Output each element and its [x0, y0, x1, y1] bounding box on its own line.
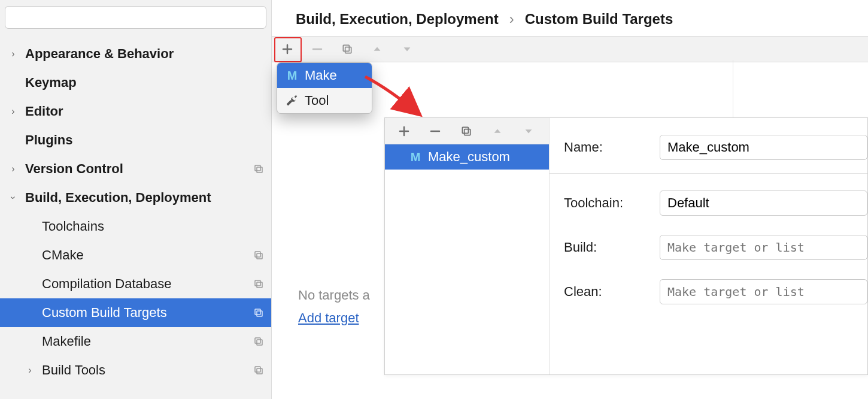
copy-icon: [253, 279, 264, 289]
build-label: Build:: [564, 240, 660, 255]
empty-state-text: No targets a: [298, 288, 394, 303]
add-button[interactable]: [394, 122, 414, 141]
chevron-right-icon: ›: [24, 365, 36, 376]
tool-icon: [286, 94, 299, 107]
sidebar-item-label: CMake: [19, 247, 253, 263]
sidebar-item-build-execution-deployment[interactable]: › Build, Execution, Deployment: [0, 183, 271, 212]
sidebar-item-compilation-database[interactable]: › Compilation Database: [0, 270, 271, 298]
svg-rect-13: [343, 45, 349, 51]
toolchain-label: Toolchain:: [564, 195, 660, 211]
sidebar-item-build-tools[interactable]: › Build Tools: [0, 356, 271, 385]
build-input[interactable]: [660, 235, 867, 260]
svg-rect-5: [255, 280, 260, 286]
copy-icon: [253, 250, 264, 261]
breadcrumb: Build, Execution, Deployment › Custom Bu…: [272, 0, 868, 36]
target-list[interactable]: M Make_custom: [385, 144, 549, 374]
svg-rect-10: [257, 368, 262, 374]
add-target-popup: M Make Tool: [277, 62, 372, 114]
svg-rect-8: [257, 340, 262, 345]
target-config-panel: M Make_custom Name: Toolchain: Build: Cl…: [384, 117, 868, 375]
sidebar-item-label: Keymap: [19, 75, 264, 90]
svg-rect-7: [255, 309, 260, 315]
form-row-toolchain: Toolchain:: [564, 191, 867, 216]
target-form: Name: Toolchain: Build: Clean:: [550, 118, 867, 374]
clean-input[interactable]: [660, 279, 867, 304]
chevron-right-icon: ›: [7, 106, 19, 117]
copy-icon: [253, 307, 264, 318]
svg-rect-14: [465, 129, 471, 135]
copy-icon: [253, 365, 264, 376]
copy-button[interactable]: [338, 40, 357, 59]
sidebar-item-appearance[interactable]: › Appearance & Behavior: [0, 40, 271, 68]
search-input[interactable]: [5, 6, 266, 29]
form-row-build: Build:: [564, 235, 867, 260]
sidebar-item-toolchains[interactable]: › Toolchains: [0, 212, 271, 241]
move-down-button[interactable]: [519, 122, 538, 141]
popup-item-make[interactable]: M Make: [277, 63, 372, 88]
target-list-toolbar: [385, 118, 549, 144]
name-label: Name:: [564, 140, 660, 155]
svg-rect-1: [255, 165, 260, 171]
sidebar-item-version-control[interactable]: › Version Control: [0, 155, 271, 183]
make-icon: M: [409, 150, 422, 164]
popup-item-tool[interactable]: Tool: [277, 88, 372, 113]
sidebar-item-label: Appearance & Behavior: [19, 46, 264, 62]
svg-rect-15: [462, 127, 468, 133]
sidebar-item-label: Build, Execution, Deployment: [19, 190, 264, 205]
sidebar-item-label: Build Tools: [36, 362, 253, 378]
svg-rect-12: [345, 47, 351, 53]
targets-toolbar: [272, 36, 868, 62]
sidebar-item-makefile[interactable]: › Makefile: [0, 327, 271, 356]
settings-sidebar: › Appearance & Behavior › Keymap › Edito…: [0, 0, 272, 399]
target-list-item[interactable]: M Make_custom: [385, 144, 549, 170]
target-list-pane: M Make_custom: [385, 118, 550, 374]
name-input[interactable]: [660, 135, 867, 160]
popup-item-label: Tool: [305, 93, 329, 108]
sidebar-item-label: Version Control: [19, 161, 253, 177]
svg-rect-6: [257, 311, 262, 316]
popup-item-label: Make: [305, 68, 337, 83]
sidebar-item-label: Editor: [19, 104, 264, 119]
form-row-name: Name:: [564, 135, 867, 160]
svg-rect-9: [255, 338, 260, 343]
sidebar-item-editor[interactable]: › Editor: [0, 97, 271, 126]
sidebar-item-label: Custom Build Targets: [19, 305, 253, 321]
chevron-right-icon: ›: [7, 49, 19, 59]
breadcrumb-part[interactable]: Build, Execution, Deployment: [296, 11, 499, 28]
make-icon: M: [286, 69, 299, 82]
sidebar-item-label: Plugins: [19, 132, 264, 148]
target-list-item-label: Make_custom: [428, 149, 510, 165]
breadcrumb-part[interactable]: Custom Build Targets: [525, 11, 673, 28]
sidebar-item-custom-build-targets[interactable]: › Custom Build Targets: [0, 298, 271, 327]
clean-label: Clean:: [564, 284, 660, 300]
sidebar-item-label: Compilation Database: [19, 276, 253, 292]
svg-rect-4: [257, 282, 262, 288]
move-down-button[interactable]: [397, 40, 417, 59]
divider: [550, 173, 867, 174]
remove-button[interactable]: [426, 122, 445, 141]
move-up-button[interactable]: [368, 40, 387, 59]
copy-icon: [253, 336, 264, 347]
sidebar-item-cmake[interactable]: › CMake: [0, 241, 271, 270]
copy-button[interactable]: [457, 122, 476, 141]
chevron-right-icon: ›: [509, 11, 514, 28]
chevron-right-icon: ›: [7, 164, 19, 174]
add-button[interactable]: [278, 40, 297, 59]
remove-button[interactable]: [308, 40, 327, 59]
sidebar-item-keymap[interactable]: › Keymap: [0, 68, 271, 97]
search-wrap: [0, 0, 271, 34]
add-target-link[interactable]: Add target: [298, 310, 359, 326]
copy-icon: [253, 164, 264, 174]
chevron-down-icon: ›: [8, 192, 19, 204]
form-row-clean: Clean:: [564, 279, 867, 304]
svg-rect-0: [257, 167, 262, 173]
svg-rect-3: [255, 252, 260, 257]
move-up-button[interactable]: [488, 122, 507, 141]
svg-rect-2: [257, 253, 262, 259]
sidebar-item-plugins[interactable]: › Plugins: [0, 126, 271, 155]
toolchain-select[interactable]: [660, 191, 867, 216]
settings-tree: › Appearance & Behavior › Keymap › Edito…: [0, 34, 271, 385]
sidebar-item-label: Makefile: [19, 334, 253, 349]
svg-rect-11: [255, 367, 260, 372]
sidebar-item-label: Toolchains: [19, 219, 264, 234]
